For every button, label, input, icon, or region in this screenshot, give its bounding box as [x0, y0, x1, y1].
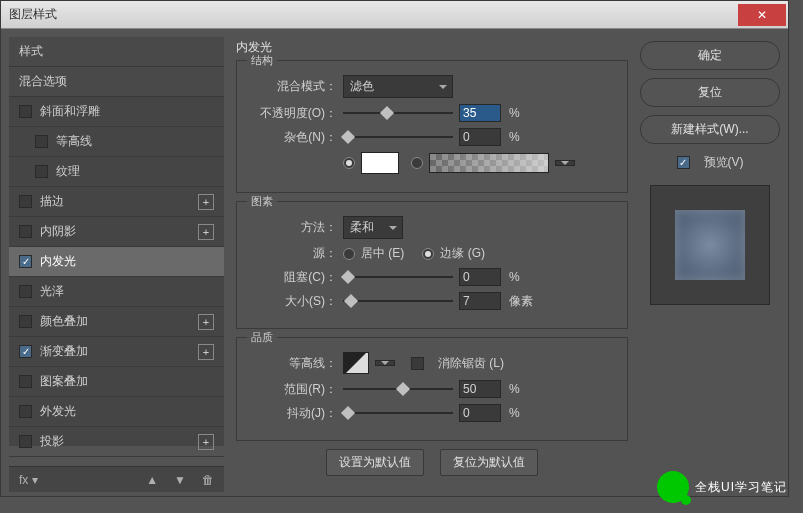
- choke-label: 阻塞(C)：: [247, 269, 337, 286]
- effect-bevel-emboss[interactable]: 斜面和浮雕: [9, 97, 224, 127]
- watermark-text: 全栈UI学习笔记: [695, 479, 787, 496]
- effect-texture[interactable]: 纹理: [9, 157, 224, 187]
- checkbox-texture[interactable]: [35, 165, 48, 178]
- technique-dropdown[interactable]: 柔和: [343, 216, 403, 239]
- effect-satin[interactable]: 光泽: [9, 277, 224, 307]
- effect-contour[interactable]: 等高线: [9, 127, 224, 157]
- choke-slider[interactable]: [343, 270, 453, 284]
- gradient-dropdown[interactable]: [555, 160, 575, 166]
- source-center-radio[interactable]: [343, 248, 355, 260]
- checkbox-contour[interactable]: [35, 135, 48, 148]
- effect-label: 斜面和浮雕: [40, 103, 100, 120]
- source-label: 源：: [247, 245, 337, 262]
- effect-stroke[interactable]: 描边 +: [9, 187, 224, 217]
- styles-header[interactable]: 样式: [9, 37, 224, 67]
- noise-unit: %: [509, 130, 520, 144]
- noise-label: 杂色(N)：: [247, 129, 337, 146]
- antialias-label: 消除锯齿 (L): [438, 355, 504, 372]
- range-unit: %: [509, 382, 520, 396]
- checkbox-outer-glow[interactable]: [19, 405, 32, 418]
- contour-picker[interactable]: [343, 352, 369, 374]
- section-title: 内发光: [236, 39, 628, 56]
- make-default-button[interactable]: 设置为默认值: [326, 449, 424, 476]
- checkbox-inner-glow[interactable]: [19, 255, 32, 268]
- size-slider[interactable]: [343, 294, 453, 308]
- checkbox-inner-shadow[interactable]: [19, 225, 32, 238]
- effect-gradient-overlay[interactable]: 渐变叠加 +: [9, 337, 224, 367]
- contour-dropdown[interactable]: [375, 360, 395, 366]
- structure-group: 结构 混合模式： 滤色 不透明度(O)： 35 % 杂色(N)： 0 %: [236, 60, 628, 193]
- effect-label: 内发光: [40, 253, 76, 270]
- checkbox-stroke[interactable]: [19, 195, 32, 208]
- jitter-input[interactable]: 0: [459, 404, 501, 422]
- color-radio[interactable]: [343, 157, 355, 169]
- range-slider[interactable]: [343, 382, 453, 396]
- move-down-icon[interactable]: ▼: [172, 471, 188, 489]
- cancel-button[interactable]: 复位: [640, 78, 780, 107]
- quality-group: 品质 等高线： 消除锯齿 (L) 范围(R)： 50 % 抖动(J)：: [236, 337, 628, 441]
- effect-outer-glow[interactable]: 外发光: [9, 397, 224, 427]
- checkbox-drop-shadow[interactable]: [19, 435, 32, 448]
- jitter-label: 抖动(J)：: [247, 405, 337, 422]
- effect-label: 投影: [40, 433, 64, 450]
- trash-icon[interactable]: 🗑: [200, 471, 216, 489]
- choke-unit: %: [509, 270, 520, 284]
- preview-toggle[interactable]: 预览(V): [640, 154, 780, 171]
- effect-label: 图案叠加: [40, 373, 88, 390]
- effect-inner-glow[interactable]: 内发光: [9, 247, 224, 277]
- blending-options[interactable]: 混合选项: [9, 67, 224, 97]
- window-title: 图层样式: [9, 6, 57, 23]
- technique-label: 方法：: [247, 219, 337, 236]
- effect-pattern-overlay[interactable]: 图案叠加: [9, 367, 224, 397]
- preview-checkbox[interactable]: [677, 156, 690, 169]
- effect-label: 描边: [40, 193, 64, 210]
- source-edge-label: 边缘 (G): [440, 245, 485, 262]
- antialias-checkbox[interactable]: [411, 357, 424, 370]
- blend-mode-dropdown[interactable]: 滤色: [343, 75, 453, 98]
- checkbox-pattern-overlay[interactable]: [19, 375, 32, 388]
- jitter-slider[interactable]: [343, 406, 453, 420]
- source-edge-radio[interactable]: [422, 248, 434, 260]
- add-stroke-button[interactable]: +: [198, 194, 214, 210]
- noise-slider[interactable]: [343, 130, 453, 144]
- dialog-content: 样式 混合选项 斜面和浮雕 等高线 纹理 描边 + 内阴影 + 内发光: [1, 29, 788, 454]
- effect-label: 内阴影: [40, 223, 76, 240]
- gradient-radio[interactable]: [411, 157, 423, 169]
- add-gradient-overlay-button[interactable]: +: [198, 344, 214, 360]
- layer-style-dialog: 图层样式 ✕ 样式 混合选项 斜面和浮雕 等高线 纹理 描边 + 内阴影 +: [0, 0, 789, 497]
- range-input[interactable]: 50: [459, 380, 501, 398]
- add-inner-shadow-button[interactable]: +: [198, 224, 214, 240]
- titlebar: 图层样式 ✕: [1, 1, 788, 29]
- gradient-swatch[interactable]: [429, 153, 549, 173]
- jitter-unit: %: [509, 406, 520, 420]
- quality-legend: 品质: [247, 330, 277, 345]
- checkbox-bevel[interactable]: [19, 105, 32, 118]
- effect-drop-shadow[interactable]: 投影 +: [9, 427, 224, 457]
- ok-button[interactable]: 确定: [640, 41, 780, 70]
- add-drop-shadow-button[interactable]: +: [198, 434, 214, 450]
- effect-inner-shadow[interactable]: 内阴影 +: [9, 217, 224, 247]
- size-input[interactable]: 7: [459, 292, 501, 310]
- noise-input[interactable]: 0: [459, 128, 501, 146]
- range-label: 范围(R)：: [247, 381, 337, 398]
- opacity-unit: %: [509, 106, 520, 120]
- effect-color-overlay[interactable]: 颜色叠加 +: [9, 307, 224, 337]
- checkbox-gradient-overlay[interactable]: [19, 345, 32, 358]
- watermark: 全栈UI学习笔记: [657, 471, 787, 503]
- fx-menu-icon[interactable]: fx ▾: [17, 471, 40, 489]
- choke-input[interactable]: 0: [459, 268, 501, 286]
- opacity-slider[interactable]: [343, 106, 453, 120]
- opacity-input[interactable]: 35: [459, 104, 501, 122]
- reset-default-button[interactable]: 复位为默认值: [440, 449, 538, 476]
- close-button[interactable]: ✕: [738, 4, 786, 26]
- elements-group: 图素 方法： 柔和 源： 居中 (E) 边缘 (G) 阻塞(C)： 0 %: [236, 201, 628, 329]
- add-color-overlay-button[interactable]: +: [198, 314, 214, 330]
- settings-panel: 内发光 结构 混合模式： 滤色 不透明度(O)： 35 % 杂色(N)： 0: [232, 37, 632, 446]
- new-style-button[interactable]: 新建样式(W)...: [640, 115, 780, 144]
- quality-contour-label: 等高线：: [247, 355, 337, 372]
- checkbox-color-overlay[interactable]: [19, 315, 32, 328]
- color-swatch[interactable]: [361, 152, 399, 174]
- move-up-icon[interactable]: ▲: [144, 471, 160, 489]
- effect-label: 等高线: [56, 133, 92, 150]
- checkbox-satin[interactable]: [19, 285, 32, 298]
